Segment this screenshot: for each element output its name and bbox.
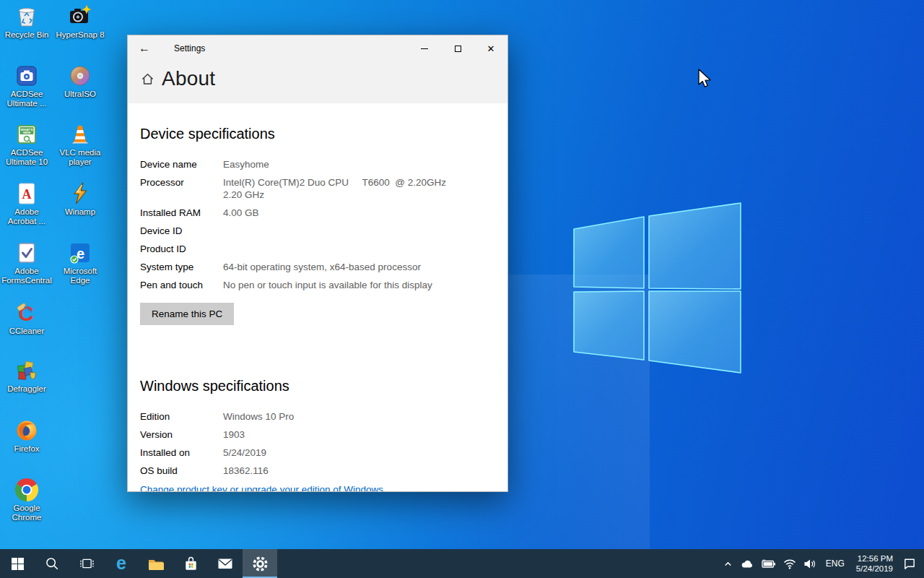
spec-row-device-name: Device name Easyhome xyxy=(140,158,495,171)
spec-row-processor: Processor Intel(R) Core(TM)2 Duo CPU T66… xyxy=(140,176,495,201)
spec-row-edition: Edition Windows 10 Pro xyxy=(140,410,495,423)
desktop-icon-hypersnap[interactable]: HyperSnap 8 xyxy=(53,4,107,40)
spec-label: Device ID xyxy=(140,225,223,237)
spec-row-installed-on: Installed on 5/24/2019 xyxy=(140,447,495,459)
device-specs-heading: Device specifications xyxy=(140,125,495,142)
spec-label: Processor xyxy=(140,176,223,201)
desktop-icon-ccleaner[interactable]: C CCleaner xyxy=(0,301,53,336)
lightning-bolt-icon xyxy=(68,181,92,206)
spec-label: Installed RAM xyxy=(140,207,223,219)
close-button[interactable]: ✕ xyxy=(474,35,507,61)
clock-time: 12:56 PM xyxy=(856,553,893,564)
ccleaner-icon: C xyxy=(14,301,39,325)
spec-value: 64-bit operating system, x64-based proce… xyxy=(223,261,421,273)
settings-taskbar-button[interactable] xyxy=(243,549,277,578)
taskbar: e xyxy=(0,549,924,578)
mail-button[interactable] xyxy=(208,549,243,578)
desktop-icon-label: Adobe FormsCentral xyxy=(0,267,53,285)
chrome-icon xyxy=(14,478,39,502)
settings-header: ← Settings ✕ About xyxy=(128,35,507,103)
spec-row-pen-touch: Pen and touch No pen or touch input is a… xyxy=(140,279,495,291)
folder-icon xyxy=(147,556,165,571)
whats-new-icon: WHAT'S NEW xyxy=(14,122,39,147)
desktop-icon-acdsee-ultimate[interactable]: ACDSee Ultimate ... xyxy=(0,64,53,108)
desktop-icon-winamp[interactable]: Winamp xyxy=(53,181,107,217)
edge-e-icon: e xyxy=(68,241,92,265)
maximize-button[interactable] xyxy=(441,35,474,61)
spec-value: Intel(R) Core(TM)2 Duo CPU T6600 @ 2.20G… xyxy=(223,176,446,201)
desktop-icon-label: UltraISO xyxy=(53,90,107,99)
desktop-icon-adobe-formscentral[interactable]: Adobe FormsCentral xyxy=(0,241,53,285)
spec-value: Windows 10 Pro xyxy=(223,410,294,423)
camera-icon xyxy=(68,4,92,29)
svg-text:C: C xyxy=(18,301,34,325)
desktop-icon-microsoft-edge[interactable]: e Microsoft Edge xyxy=(53,241,107,285)
page-title: About xyxy=(162,67,215,90)
desktop-icon-label: VLC media player xyxy=(53,148,107,167)
svg-text:A: A xyxy=(22,187,32,202)
back-arrow-icon: ← xyxy=(139,42,150,54)
tray-chevron-button[interactable] xyxy=(719,549,737,578)
windows-start-icon xyxy=(12,558,24,570)
tray-volume-button[interactable] xyxy=(800,549,820,578)
change-product-key-link[interactable]: Change product key or upgrade your editi… xyxy=(140,484,383,492)
desktop-icon-label: Winamp xyxy=(53,207,107,217)
system-tray: ENG 12:56 PM 5/24/2019 xyxy=(719,549,924,578)
spec-label: Version xyxy=(140,428,223,441)
spec-value: 18362.116 xyxy=(223,465,269,477)
store-bag-icon xyxy=(183,555,199,572)
windows-specs-heading: Windows specifications xyxy=(140,377,495,394)
desktop-icon-label: ACDSee Ultimate ... xyxy=(0,90,53,108)
edge-icon: e xyxy=(111,553,131,574)
spec-row-installed-ram: Installed RAM 4.00 GB xyxy=(140,207,495,219)
search-icon xyxy=(45,556,59,571)
desktop-icon-label: Microsoft Edge xyxy=(53,267,107,285)
desktop-icon-label: Google Chrome xyxy=(0,504,53,522)
wifi-icon xyxy=(783,558,796,569)
desktop-icon-acdsee-ultimate-10[interactable]: WHAT'S NEW ACDSee Ultimate 10 xyxy=(0,122,53,167)
desktop-icon-vlc[interactable]: VLC media player xyxy=(53,122,107,167)
action-center-button[interactable] xyxy=(899,549,920,578)
file-explorer-button[interactable] xyxy=(139,549,173,578)
tray-wifi-button[interactable] xyxy=(780,549,800,578)
spec-row-product-id: Product ID xyxy=(140,243,495,255)
desktop-icon-firefox[interactable]: Firefox xyxy=(0,418,53,454)
language-indicator[interactable]: ENG xyxy=(820,549,850,578)
desktop-icon-label: CCleaner xyxy=(0,327,53,336)
rename-pc-button[interactable]: Rename this PC xyxy=(140,303,234,325)
cd-disc-icon xyxy=(68,64,92,88)
screen: Recycle Bin HyperSnap 8 ACDSee Ultimate … xyxy=(0,0,924,578)
desktop-icon-label: ACDSee Ultimate 10 xyxy=(0,148,53,167)
task-view-button[interactable] xyxy=(69,549,104,578)
store-button[interactable] xyxy=(173,549,208,578)
home-icon xyxy=(141,72,154,86)
defraggler-blocks-icon xyxy=(14,358,39,383)
start-button[interactable] xyxy=(0,549,35,578)
close-icon: ✕ xyxy=(487,44,495,53)
spec-value: No pen or touch input is available for t… xyxy=(223,279,432,291)
tray-battery-button[interactable] xyxy=(758,549,780,578)
desktop-icon-ultraiso[interactable]: UltraISO xyxy=(53,64,107,99)
desktop-icon-defraggler[interactable]: Defraggler xyxy=(0,358,53,394)
svg-text:e: e xyxy=(116,553,126,573)
minimize-button[interactable] xyxy=(408,35,441,61)
taskbar-clock[interactable]: 12:56 PM 5/24/2019 xyxy=(850,549,899,578)
spec-label: Pen and touch xyxy=(140,279,223,291)
spec-value: 5/24/2019 xyxy=(223,447,266,459)
desktop-icon-recycle-bin[interactable]: Recycle Bin xyxy=(0,4,53,40)
spec-value: 4.00 GB xyxy=(223,207,259,219)
spec-row-device-id: Device ID xyxy=(140,225,495,237)
search-button[interactable] xyxy=(35,549,69,578)
titlebar[interactable]: ← Settings ✕ xyxy=(128,35,507,61)
desktop-icon-adobe-acrobat[interactable]: A Adobe Acrobat ... xyxy=(0,181,53,226)
spec-label: System type xyxy=(140,261,223,273)
mail-envelope-icon xyxy=(217,556,234,571)
acrobat-document-icon: A xyxy=(14,181,39,206)
back-button[interactable]: ← xyxy=(128,35,161,61)
tray-onedrive-button[interactable] xyxy=(737,549,758,578)
desktop-icon-google-chrome[interactable]: Google Chrome xyxy=(0,478,53,522)
task-view-icon xyxy=(79,556,95,571)
desktop-icon-label: Defraggler xyxy=(0,384,53,394)
edge-taskbar-button[interactable]: e xyxy=(104,549,139,578)
battery-charging-icon xyxy=(762,558,776,569)
